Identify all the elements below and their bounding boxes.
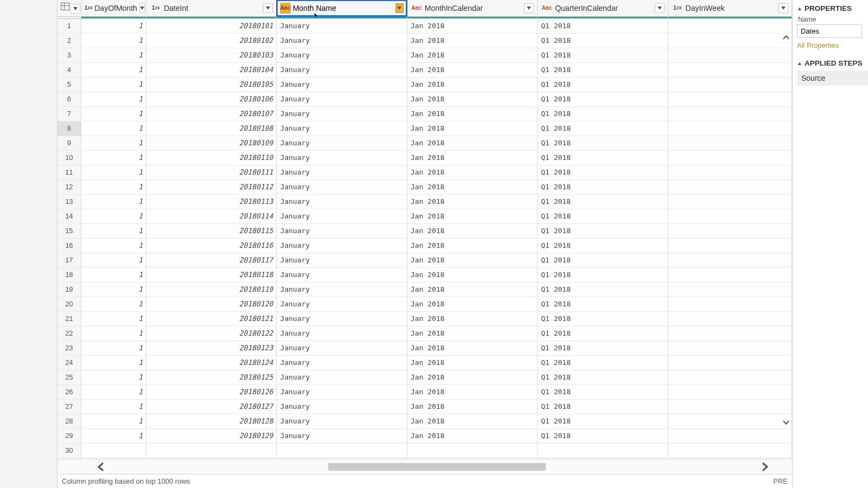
table-row[interactable]: 26120180126JanuaryJan 2018Q1 2018 xyxy=(58,384,792,399)
cell-dayofmonth[interactable]: 1 xyxy=(81,106,146,121)
cell-dayofmonth[interactable]: 1 xyxy=(81,297,146,311)
cell-monthname[interactable]: January xyxy=(277,150,407,165)
column-filter-dayofmonth[interactable] xyxy=(139,3,145,13)
table-row[interactable]: 1120180101JanuaryJan 2018Q1 2018 xyxy=(58,18,792,33)
cell-dayofmonth[interactable]: 1 xyxy=(81,179,146,194)
table-row[interactable]: 8120180108JanuaryJan 2018Q1 2018 xyxy=(58,121,792,136)
row-number[interactable]: 10 xyxy=(58,150,81,165)
table-row[interactable]: 23120180123JanuaryJan 2018Q1 2018 xyxy=(58,341,792,355)
column-filter-dateint[interactable] xyxy=(263,3,273,13)
cell-dateint[interactable]: 20180110 xyxy=(146,150,276,165)
row-number[interactable]: 28 xyxy=(58,414,81,428)
row-number[interactable]: 9 xyxy=(58,136,81,150)
table-row[interactable]: 2120180102JanuaryJan 2018Q1 2018 xyxy=(58,33,792,48)
cell-monthincalendar[interactable]: Jan 2018 xyxy=(407,267,537,282)
cell-monthname[interactable]: January xyxy=(277,428,407,443)
cell-monthincalendar[interactable]: Jan 2018 xyxy=(407,209,537,223)
cell-dayofmonth[interactable] xyxy=(81,443,146,458)
table-row[interactable]: 29120180129JanuaryJan 2018Q1 2018 xyxy=(58,428,792,443)
row-number[interactable]: 24 xyxy=(58,355,81,370)
cell-dayofmonth[interactable]: 1 xyxy=(81,33,146,48)
cell-dateint[interactable]: 20180129 xyxy=(146,428,276,443)
table-row[interactable]: 4120180104JanuaryJan 2018Q1 2018 xyxy=(58,62,792,77)
cell-monthname[interactable]: January xyxy=(277,297,407,311)
cell-quarterincalendar[interactable]: Q1 2018 xyxy=(538,165,668,179)
cell-dateint[interactable]: 20180103 xyxy=(146,48,276,62)
cell-quarterincalendar[interactable]: Q1 2018 xyxy=(538,62,668,77)
cell-quarterincalendar[interactable]: Q1 2018 xyxy=(538,297,668,311)
cell-monthincalendar[interactable]: Jan 2018 xyxy=(407,326,537,341)
cell-quarterincalendar[interactable]: Q1 2018 xyxy=(538,106,668,121)
row-number[interactable]: 21 xyxy=(58,311,81,326)
cell-monthincalendar[interactable]: Jan 2018 xyxy=(407,253,537,267)
table-row[interactable]: 7120180107JanuaryJan 2018Q1 2018 xyxy=(58,106,792,121)
cell-quarterincalendar[interactable]: Q1 2018 xyxy=(538,384,668,399)
cell-monthname[interactable]: January xyxy=(277,33,407,48)
cell-monthincalendar[interactable]: Jan 2018 xyxy=(407,194,537,209)
data-grid[interactable]: 123DayOfMonth123DateIntABCABCMonthInCale… xyxy=(58,0,792,459)
cell-monthname[interactable]: January xyxy=(277,282,407,297)
cell-monthname[interactable]: January xyxy=(277,48,407,62)
cell-dayinweek[interactable] xyxy=(668,341,792,355)
cell-dayinweek[interactable] xyxy=(668,428,792,443)
cell-dateint[interactable]: 20180115 xyxy=(146,223,276,238)
horizontal-scrollbar[interactable] xyxy=(58,459,792,474)
cell-quarterincalendar[interactable]: Q1 2018 xyxy=(538,267,668,282)
row-number[interactable]: 16 xyxy=(58,238,81,253)
cell-dayofmonth[interactable]: 1 xyxy=(81,209,146,223)
row-number[interactable]: 12 xyxy=(58,179,81,194)
cell-monthincalendar[interactable]: Jan 2018 xyxy=(407,92,537,106)
cell-monthincalendar[interactable] xyxy=(407,443,537,458)
row-number[interactable]: 3 xyxy=(58,48,81,62)
cell-dayinweek[interactable] xyxy=(668,311,792,326)
table-row[interactable]: 20120180120JanuaryJan 2018Q1 2018 xyxy=(58,297,792,311)
cell-monthname[interactable]: January xyxy=(277,399,407,414)
cell-monthincalendar[interactable]: Jan 2018 xyxy=(407,297,537,311)
cell-dayofmonth[interactable]: 1 xyxy=(81,92,146,106)
cell-monthname[interactable]: January xyxy=(277,77,407,92)
cell-dayofmonth[interactable]: 1 xyxy=(81,311,146,326)
cell-monthincalendar[interactable]: Jan 2018 xyxy=(407,355,537,370)
table-row[interactable]: 14120180114JanuaryJan 2018Q1 2018 xyxy=(58,209,792,223)
cell-quarterincalendar[interactable] xyxy=(538,443,668,458)
table-row[interactable]: 9120180109JanuaryJan 2018Q1 2018 xyxy=(58,136,792,150)
scroll-up-icon[interactable] xyxy=(781,33,791,42)
row-number[interactable]: 23 xyxy=(58,341,81,355)
row-number[interactable]: 1 xyxy=(58,18,81,33)
cell-monthname[interactable]: January xyxy=(277,18,407,33)
scroll-right-icon[interactable] xyxy=(754,459,776,474)
cell-monthname[interactable]: January xyxy=(277,62,407,77)
cell-monthincalendar[interactable]: Jan 2018 xyxy=(407,282,537,297)
cell-dayofmonth[interactable]: 1 xyxy=(81,223,146,238)
table-corner-menu[interactable] xyxy=(58,0,81,16)
row-number[interactable]: 11 xyxy=(58,165,81,179)
cell-dateint[interactable]: 20180107 xyxy=(146,106,276,121)
cell-dateint[interactable]: 20180123 xyxy=(146,341,276,355)
row-number[interactable]: 4 xyxy=(58,62,81,77)
cell-dateint[interactable]: 20180125 xyxy=(146,370,276,384)
cell-dayinweek[interactable] xyxy=(668,370,792,384)
cell-dayinweek[interactable] xyxy=(668,223,792,238)
cell-quarterincalendar[interactable]: Q1 2018 xyxy=(538,121,668,136)
all-properties-link[interactable]: All Properties xyxy=(797,41,839,49)
cell-dayinweek[interactable] xyxy=(668,209,792,223)
cell-quarterincalendar[interactable]: Q1 2018 xyxy=(538,18,668,33)
cell-monthname[interactable]: January xyxy=(277,194,407,209)
row-number[interactable]: 13 xyxy=(58,194,81,209)
cell-monthname[interactable]: January xyxy=(277,238,407,253)
cell-monthname[interactable]: January xyxy=(277,370,407,384)
row-number[interactable]: 29 xyxy=(58,428,81,443)
cell-quarterincalendar[interactable]: Q1 2018 xyxy=(538,370,668,384)
cell-monthname[interactable]: January xyxy=(277,179,407,194)
cell-dayofmonth[interactable]: 1 xyxy=(81,165,146,179)
cell-monthincalendar[interactable]: Jan 2018 xyxy=(407,106,537,121)
cell-dayofmonth[interactable]: 1 xyxy=(81,282,146,297)
column-filter-monthincalendar[interactable] xyxy=(524,3,534,13)
cell-quarterincalendar[interactable]: Q1 2018 xyxy=(538,179,668,194)
table-row[interactable]: 30 xyxy=(58,443,792,458)
cell-monthname[interactable]: January xyxy=(277,326,407,341)
cell-dateint[interactable]: 20180120 xyxy=(146,297,276,311)
cell-dateint[interactable]: 20180104 xyxy=(146,62,276,77)
cell-quarterincalendar[interactable]: Q1 2018 xyxy=(538,48,668,62)
row-number[interactable]: 19 xyxy=(58,282,81,297)
